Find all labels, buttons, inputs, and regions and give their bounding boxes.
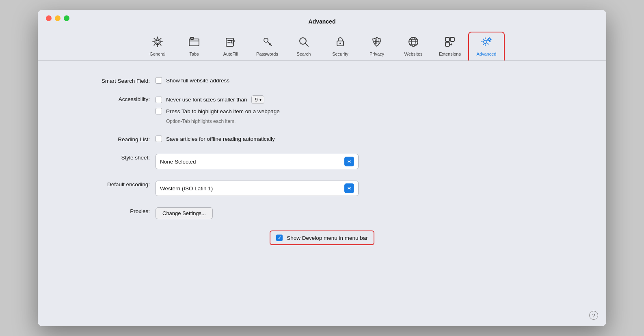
accessibility-tab-checkbox[interactable]	[156, 108, 162, 114]
encoding-controls: Western (ISO Latin 1)	[156, 181, 359, 196]
develop-row: Show Develop menu in menu bar	[62, 230, 582, 245]
accessibility-font-inline: Never use font sizes smaller than 9 ▾	[156, 95, 280, 104]
font-size-value: 9	[255, 97, 258, 103]
tab-privacy[interactable]: Privacy	[359, 32, 395, 60]
reading-list-row: Reading List: Save articles for offline …	[62, 136, 582, 142]
reading-list-checkbox[interactable]	[156, 136, 162, 142]
svg-point-0	[156, 40, 159, 43]
smart-search-label: Smart Search Field:	[62, 77, 156, 84]
advanced-icon	[480, 36, 493, 50]
search-icon	[298, 36, 310, 50]
extensions-label: Extensions	[439, 52, 461, 56]
close-button[interactable]	[46, 15, 52, 21]
tab-tabs[interactable]: Tabs	[176, 32, 212, 60]
websites-icon	[407, 36, 419, 50]
stylesheet-controls: None Selected	[156, 154, 359, 169]
svg-point-5	[264, 38, 268, 42]
tab-advanced[interactable]: Advanced	[468, 32, 505, 60]
tabs-label: Tabs	[189, 52, 199, 56]
toolbar: General Tabs AutoFill	[38, 28, 606, 61]
tab-extensions[interactable]: Extensions	[432, 32, 468, 60]
minimize-button[interactable]	[55, 15, 61, 21]
stylesheet-row: Style sheet: None Selected	[62, 154, 582, 169]
smart-search-checkbox-label: Show full website address	[166, 78, 229, 84]
help-button[interactable]: ?	[589, 311, 598, 320]
websites-label: Websites	[404, 52, 422, 56]
tab-general[interactable]: General	[139, 32, 176, 60]
accessibility-font-label: Never use font sizes smaller than	[166, 97, 247, 103]
font-size-chevron-icon: ▾	[259, 97, 261, 102]
develop-checkbox[interactable]	[276, 235, 283, 241]
extensions-icon	[444, 36, 456, 50]
reading-list-label: Reading List:	[62, 136, 156, 142]
stylesheet-label: Style sheet:	[62, 154, 156, 161]
accessibility-tab-inline: Press Tab to highlight each item on a we…	[156, 108, 280, 114]
tab-passwords[interactable]: Passwords	[249, 32, 285, 60]
passwords-label: Passwords	[256, 52, 278, 56]
smart-search-row: Smart Search Field: Show full website ad…	[62, 77, 582, 84]
maximize-button[interactable]	[64, 15, 69, 21]
settings-content: Smart Search Field: Show full website ad…	[38, 61, 606, 326]
develop-box: Show Develop menu in menu bar	[270, 230, 374, 245]
proxies-change-settings-button[interactable]: Change Settings...	[156, 207, 213, 219]
encoding-row: Default encoding: Western (ISO Latin 1)	[62, 181, 582, 196]
autofill-label: AutoFill	[223, 52, 238, 56]
privacy-icon	[371, 36, 383, 50]
tabs-icon	[188, 36, 200, 50]
autofill-icon	[225, 36, 237, 50]
advanced-label: Advanced	[477, 52, 497, 56]
tab-security[interactable]: Security	[322, 32, 359, 60]
tab-websites[interactable]: Websites	[395, 32, 432, 60]
smart-search-inline: Show full website address	[156, 77, 229, 84]
encoding-dropdown[interactable]: Western (ISO Latin 1)	[156, 181, 359, 196]
svg-rect-3	[190, 37, 194, 39]
stylesheet-dropdown-arrow	[344, 157, 354, 166]
accessibility-font-checkbox[interactable]	[156, 97, 162, 103]
encoding-value: Western (ISO Latin 1)	[160, 185, 213, 192]
encoding-dropdown-arrow	[344, 183, 354, 193]
window-title: Advanced	[309, 18, 336, 25]
proxies-row: Proxies: Change Settings...	[62, 207, 582, 219]
traffic-lights	[46, 15, 69, 21]
tab-search[interactable]: Search	[285, 32, 322, 60]
proxies-label: Proxies:	[62, 207, 156, 214]
security-label: Security	[332, 52, 348, 56]
svg-rect-12	[450, 37, 454, 41]
svg-rect-11	[445, 37, 450, 41]
titlebar: Advanced	[38, 10, 606, 28]
security-icon	[334, 36, 346, 50]
svg-point-8	[339, 43, 341, 44]
accessibility-tab-label: Press Tab to highlight each item on a we…	[166, 108, 280, 114]
passwords-icon	[261, 36, 273, 50]
reading-list-inline: Save articles for offline reading automa…	[156, 136, 275, 142]
general-icon	[151, 36, 164, 50]
develop-label: Show Develop menu in menu bar	[287, 235, 368, 241]
privacy-label: Privacy	[370, 52, 384, 56]
smart-search-checkbox[interactable]	[156, 77, 162, 84]
encoding-label: Default encoding:	[62, 181, 156, 187]
search-label: Search	[297, 52, 311, 56]
svg-rect-13	[445, 42, 450, 46]
proxies-controls: Change Settings...	[156, 207, 213, 219]
accessibility-row: Accessibility: Never use font sizes smal…	[62, 95, 582, 124]
accessibility-hint: Option-Tab highlights each item.	[166, 118, 280, 124]
accessibility-controls: Never use font sizes smaller than 9 ▾ Pr…	[156, 95, 280, 124]
font-size-select[interactable]: 9 ▾	[251, 95, 264, 104]
stylesheet-dropdown[interactable]: None Selected	[156, 154, 359, 169]
smart-search-controls: Show full website address	[156, 77, 229, 84]
svg-point-14	[484, 40, 487, 43]
reading-list-checkbox-label: Save articles for offline reading automa…	[166, 136, 275, 142]
svg-rect-2	[189, 39, 199, 46]
accessibility-label: Accessibility:	[62, 95, 156, 102]
general-label: General	[149, 52, 165, 56]
main-window: Advanced General Tabs	[38, 10, 606, 326]
reading-list-controls: Save articles for offline reading automa…	[156, 136, 275, 142]
stylesheet-value: None Selected	[160, 159, 196, 165]
tab-autofill[interactable]: AutoFill	[212, 32, 249, 60]
